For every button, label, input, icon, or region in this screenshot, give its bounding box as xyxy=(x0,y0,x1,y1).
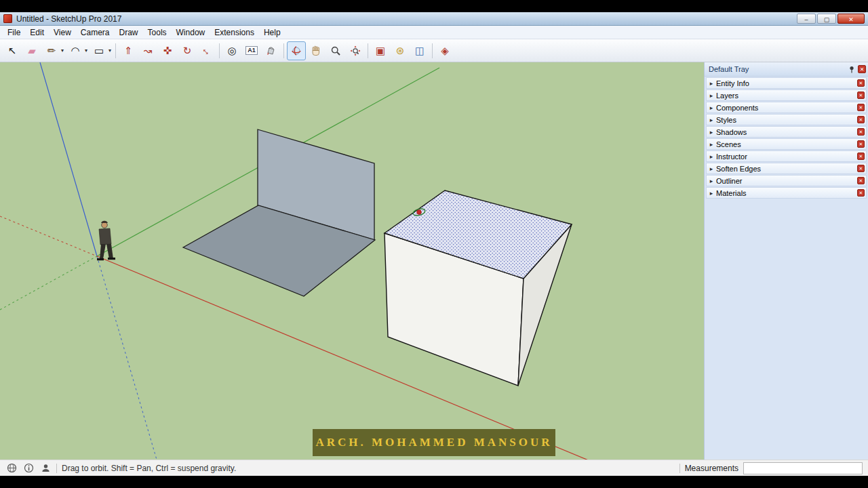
push-pull-tool[interactable]: ⇑ xyxy=(119,41,138,60)
tray-panel-label: Instructor xyxy=(716,152,747,161)
expand-arrow-icon[interactable]: ▸ xyxy=(707,178,716,184)
tray-panel-label: Shadows xyxy=(716,128,747,136)
menu-item-draw[interactable]: Draw xyxy=(115,26,143,39)
menu-item-help[interactable]: Help xyxy=(259,26,285,39)
menu-item-camera[interactable]: Camera xyxy=(76,26,115,39)
minimize-button[interactable]: – xyxy=(797,14,816,24)
pan-hand-icon xyxy=(311,45,321,56)
tape-measure-tool[interactable]: ◎ xyxy=(222,41,241,60)
expand-arrow-icon[interactable]: ▸ xyxy=(707,104,716,111)
select-icon: ↖ xyxy=(8,45,17,57)
sketchup-logo-icon[interactable] xyxy=(3,14,12,23)
close-icon[interactable]: ✕ xyxy=(857,152,865,160)
rectangle-tool[interactable]: ▭ xyxy=(90,41,108,60)
line-dropdown-arrow-icon[interactable]: ▾ xyxy=(60,47,65,54)
select-tool[interactable]: ↖ xyxy=(3,41,22,60)
arc-dropdown-arrow-icon[interactable]: ▾ xyxy=(83,47,89,54)
default-tray-panel: Default Tray ✕ ▸ Entity Info ✕ ▸ Layers … xyxy=(704,62,868,460)
modeling-viewport[interactable]: ARCH. MOHAMMED MANSOUR xyxy=(0,62,704,460)
expand-arrow-icon[interactable]: ▸ xyxy=(707,92,716,99)
menu-item-view[interactable]: View xyxy=(49,26,76,39)
eraser-icon: ▰ xyxy=(28,45,36,57)
tray-panel-styles[interactable]: ▸ Styles ✕ xyxy=(706,114,867,125)
tray-title: Default Tray xyxy=(709,65,749,73)
components-tool[interactable]: ▣ xyxy=(371,41,390,60)
paint-bucket-tool[interactable] xyxy=(262,41,281,60)
orbit-tool[interactable] xyxy=(287,41,306,60)
close-icon[interactable]: ✕ xyxy=(857,189,865,197)
menu-item-tools[interactable]: Tools xyxy=(143,26,172,39)
close-button[interactable]: ✕ xyxy=(837,14,865,24)
push-pull-icon: ⇑ xyxy=(124,45,133,57)
styles-tool[interactable]: ⊛ xyxy=(391,41,410,60)
3d-scene-canvas[interactable] xyxy=(0,62,704,460)
tray-panel-label: Layers xyxy=(716,92,738,100)
line-tool[interactable]: ✏ xyxy=(42,41,61,60)
move-tool[interactable]: ✜ xyxy=(158,41,177,60)
text-tool[interactable]: A1 xyxy=(242,41,261,60)
tray-panel-outliner[interactable]: ▸ Outliner ✕ xyxy=(706,175,867,186)
arc-tool[interactable]: ◠ xyxy=(66,41,85,60)
credits-info-button[interactable] xyxy=(22,462,35,474)
zoom-tool[interactable] xyxy=(326,41,345,60)
expand-arrow-icon[interactable]: ▸ xyxy=(707,153,716,160)
close-icon[interactable]: ✕ xyxy=(857,92,865,99)
geolocation-button[interactable] xyxy=(5,462,18,474)
expand-arrow-icon[interactable]: ▸ xyxy=(707,141,716,148)
expand-arrow-icon[interactable]: ▸ xyxy=(707,190,716,197)
menu-bar: File Edit View Camera Draw Tools Window … xyxy=(0,26,868,39)
tray-panel-label: Soften Edges xyxy=(716,165,761,173)
shadows-tool[interactable]: ◫ xyxy=(410,41,429,60)
viewport-background xyxy=(0,62,704,460)
menu-item-edit[interactable]: Edit xyxy=(25,26,49,39)
close-icon[interactable]: ✕ xyxy=(857,104,865,111)
tray-panel-soften-edges[interactable]: ▸ Soften Edges ✕ xyxy=(706,163,867,174)
close-icon[interactable]: ✕ xyxy=(857,116,865,123)
tray-panel-components[interactable]: ▸ Components ✕ xyxy=(706,102,867,113)
close-icon[interactable]: ✕ xyxy=(857,177,865,184)
tray-panel-scenes[interactable]: ▸ Scenes ✕ xyxy=(706,138,867,150)
tray-panel-layers[interactable]: ▸ Layers ✕ xyxy=(706,89,867,101)
close-icon[interactable]: ✕ xyxy=(857,128,865,136)
toolbar-divider xyxy=(368,43,368,58)
expand-arrow-icon[interactable]: ▸ xyxy=(707,117,716,123)
pan-tool[interactable] xyxy=(307,41,326,60)
sign-in-button[interactable] xyxy=(39,462,52,474)
paint-bucket-icon xyxy=(266,45,277,56)
scale-tool[interactable]: ↔ xyxy=(197,41,216,60)
tray-close-icon[interactable]: ✕ xyxy=(858,65,866,73)
menu-item-extensions[interactable]: Extensions xyxy=(210,26,259,39)
zoom-extents-tool[interactable] xyxy=(346,41,365,60)
expand-arrow-icon[interactable]: ▸ xyxy=(707,129,716,136)
rectangle-dropdown-arrow-icon[interactable]: ▾ xyxy=(107,47,113,54)
rotate-icon: ↻ xyxy=(183,45,192,57)
tray-panel-instructor[interactable]: ▸ Instructor ✕ xyxy=(706,150,867,162)
maximize-button[interactable]: ▢ xyxy=(817,14,836,24)
materials-icon: ◈ xyxy=(441,45,449,57)
tray-panel-entity-info[interactable]: ▸ Entity Info ✕ xyxy=(706,77,867,89)
tray-panel-materials[interactable]: ▸ Materials ✕ xyxy=(706,187,867,199)
close-icon[interactable]: ✕ xyxy=(857,79,865,87)
user-icon xyxy=(41,463,51,473)
materials-tool[interactable]: ◈ xyxy=(435,41,454,60)
status-hint: Drag to orbit. Shift = Pan, Ctrl = suspe… xyxy=(62,464,236,473)
close-icon[interactable]: ✕ xyxy=(857,165,865,172)
follow-me-tool[interactable]: ↝ xyxy=(138,41,157,60)
expand-arrow-icon[interactable]: ▸ xyxy=(707,165,716,172)
toolbar-divider xyxy=(283,43,284,58)
rotate-tool[interactable]: ↻ xyxy=(178,41,197,60)
tape-measure-icon: ◎ xyxy=(227,45,236,57)
menu-item-file[interactable]: File xyxy=(3,26,25,39)
toolbar-divider xyxy=(115,43,116,58)
orbit-icon xyxy=(291,45,302,56)
menu-item-window[interactable]: Window xyxy=(172,26,210,39)
toolbar-divider xyxy=(432,43,433,58)
eraser-tool[interactable]: ▰ xyxy=(22,41,41,60)
measurements-input[interactable] xyxy=(743,462,863,474)
pin-icon[interactable] xyxy=(848,66,855,73)
pencil-icon: ✏ xyxy=(47,45,56,57)
tray-panel-label: Styles xyxy=(716,116,736,124)
tray-panel-shadows[interactable]: ▸ Shadows ✕ xyxy=(706,126,867,138)
expand-arrow-icon[interactable]: ▸ xyxy=(707,80,716,87)
close-icon[interactable]: ✕ xyxy=(857,140,865,148)
